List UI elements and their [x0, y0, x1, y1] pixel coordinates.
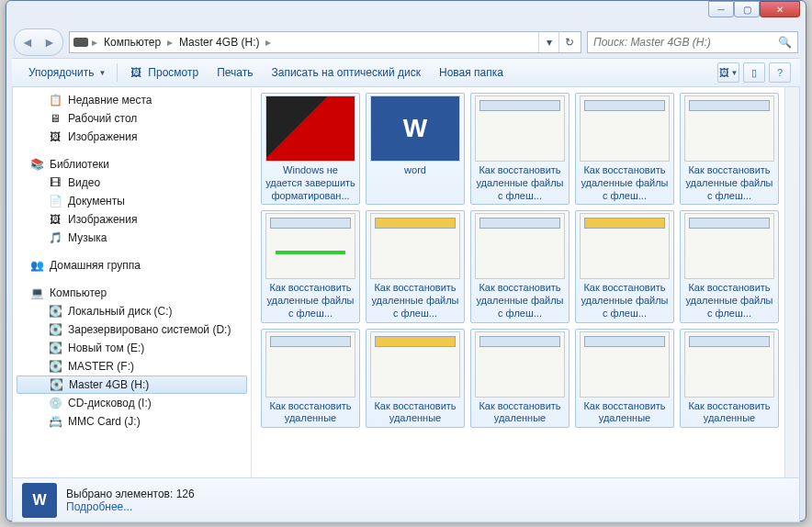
drive-icon: 💽 [48, 359, 62, 374]
preview-icon: 🖼 [129, 65, 143, 80]
file-caption: Как восстановить удаленные файлы с флеш.… [264, 282, 357, 320]
thumbnail [475, 95, 565, 162]
search-icon: 🔍 [778, 36, 792, 49]
file-caption: Как восстановить удаленные файлы с флеш.… [368, 282, 462, 320]
thumbnail [475, 331, 565, 398]
file-item[interactable]: Как восстановить удаленные файлы с флеш.… [680, 93, 779, 205]
sidebar-item-music[interactable]: 🎵Музыка [13, 229, 251, 247]
file-item[interactable]: Как восстановить удаленные [470, 329, 570, 429]
file-item[interactable]: Как восстановить удаленные файлы с флеш.… [470, 93, 570, 205]
file-caption: Как восстановить удаленные [473, 400, 567, 426]
sidebar-item-desktop[interactable]: 🖥Рабочий стол [13, 109, 251, 128]
drive-icon: 💽 [48, 341, 62, 355]
file-caption: Как восстановить удаленные [264, 400, 357, 426]
toolbar: Упорядочить▼ 🖼Просмотр Печать Записать н… [12, 58, 800, 87]
file-caption: Как восстановить удаленные файлы с флеш.… [473, 282, 567, 320]
search-input[interactable] [593, 36, 778, 49]
drive-icon: 💽 [48, 304, 62, 319]
file-caption: Как восстановить удаленные [368, 400, 462, 426]
thumbnail [684, 95, 774, 162]
drive-icon: 💽 [48, 322, 62, 337]
file-item[interactable]: Как восстановить удаленные [261, 329, 360, 429]
thumbnail [580, 331, 670, 398]
content-pane[interactable]: Windows не удается завершить форматирова… [252, 87, 784, 477]
chevron-right-icon: ▸ [92, 36, 97, 49]
sidebar-group-libraries[interactable]: 📚Библиотеки [13, 155, 251, 174]
file-item[interactable]: Как восстановить удаленные файлы с флеш.… [575, 210, 674, 322]
file-item[interactable]: Как восстановить удаленные [680, 329, 779, 429]
file-item[interactable]: Как восстановить удаленные файлы с флеш.… [470, 210, 570, 322]
computer-icon: 💻 [29, 286, 44, 300]
view-button[interactable]: 🖼▼ [717, 62, 739, 83]
sidebar-item-videos[interactable]: 🎞Видео [13, 174, 251, 192]
file-caption: Как восстановить удаленные файлы с флеш.… [682, 164, 776, 202]
thumbnail [684, 331, 774, 398]
word-icon: W [22, 483, 57, 518]
file-caption: Как восстановить удаленные файлы с флеш.… [578, 164, 671, 202]
thumbnail [370, 331, 460, 398]
details-more-link[interactable]: Подробнее... [66, 500, 195, 513]
thumbnail [580, 213, 670, 279]
sidebar-item-recent[interactable]: 📋Недавние места [13, 91, 251, 109]
minimize-button[interactable]: ─ [708, 1, 734, 17]
file-item[interactable]: word [366, 93, 465, 205]
sidebar-item-cddrive[interactable]: 💿CD-дисковод (I:) [13, 394, 251, 412]
file-caption: Как восстановить удаленные файлы с флеш.… [578, 282, 671, 320]
preview-pane-button[interactable]: ▯ [743, 62, 765, 83]
chevron-right-icon: ▸ [167, 36, 173, 49]
documents-icon: 📄 [48, 194, 62, 208]
scrollbar[interactable] [784, 87, 799, 477]
body: 📋Недавние места 🖥Рабочий стол 🖼Изображен… [12, 87, 800, 478]
file-item[interactable]: Как восстановить удаленные [366, 329, 465, 429]
address-bar[interactable]: ▸ Компьютер ▸ Master 4GB (H:) ▸ ▾ ↻ [69, 31, 581, 53]
recent-icon: 📋 [48, 93, 62, 107]
print-button[interactable]: Печать [209, 63, 260, 82]
forward-button[interactable]: ► [39, 31, 61, 53]
file-item[interactable]: Как восстановить удаленные файлы с флеш.… [680, 210, 779, 322]
thumbnail [475, 213, 565, 279]
breadcrumb-drive[interactable]: Master 4GB (H:) [176, 36, 262, 49]
file-caption: Как восстановить удаленные [682, 400, 776, 426]
preview-button[interactable]: 🖼Просмотр [121, 62, 206, 83]
file-caption: Windows не удается завершить форматирова… [264, 164, 357, 202]
sidebar-group-computer[interactable]: 💻Компьютер [13, 284, 251, 302]
thumbnail [370, 95, 460, 162]
titlebar: ─ ▢ ✕ [6, 1, 806, 27]
sidebar-item-reserved[interactable]: 💽Зарезервировано системой (D:) [13, 320, 251, 339]
file-item[interactable]: Windows не удается завершить форматирова… [261, 93, 360, 205]
explorer-window: ─ ▢ ✕ ◄ ► ▸ Компьютер ▸ Master 4GB (H:) … [6, 0, 806, 521]
window-controls: ─ ▢ ✕ [708, 1, 800, 17]
sidebar-item-masterf[interactable]: 💽MASTER (F:) [13, 357, 251, 376]
sidebar-item-master4[interactable]: 💽Master 4GB (H:) [17, 376, 247, 394]
file-item[interactable]: Как восстановить удаленные файлы с флеш.… [261, 210, 360, 322]
close-button[interactable]: ✕ [760, 1, 800, 17]
back-button[interactable]: ◄ [17, 31, 39, 53]
desktop-icon: 🖥 [48, 111, 62, 126]
file-item[interactable]: Как восстановить удаленные [575, 329, 674, 429]
sidebar-item-localc[interactable]: 💽Локальный диск (C:) [13, 302, 251, 320]
sidebar-item-mmc[interactable]: 📇MMC Card (J:) [13, 412, 251, 431]
sidebar-item-newvol[interactable]: 💽Новый том (E:) [13, 339, 251, 357]
dropdown-icon[interactable]: ▾ [538, 32, 558, 52]
pictures-icon: 🖼 [48, 212, 62, 227]
help-button[interactable]: ? [769, 62, 791, 83]
search-box[interactable]: 🔍 [587, 31, 798, 53]
video-icon: 🎞 [48, 175, 62, 190]
nav-buttons: ◄ ► [14, 28, 63, 56]
music-icon: 🎵 [48, 230, 62, 245]
refresh-icon[interactable]: ↻ [558, 32, 579, 52]
drive-icon: 💽 [49, 377, 63, 392]
burn-button[interactable]: Записать на оптический диск [264, 63, 428, 82]
maximize-button[interactable]: ▢ [734, 1, 760, 17]
thumbnail [265, 95, 355, 162]
file-item[interactable]: Как восстановить удаленные файлы с флеш.… [575, 93, 674, 205]
sidebar-item-pictures2[interactable]: 🖼Изображения [13, 210, 251, 229]
sidebar-item-documents[interactable]: 📄Документы [13, 192, 251, 210]
breadcrumb-computer[interactable]: Компьютер [101, 36, 164, 49]
file-caption: word [404, 164, 426, 177]
file-item[interactable]: Как восстановить удаленные файлы с флеш.… [366, 210, 465, 322]
sidebar-item-pictures[interactable]: 🖼Изображения [13, 128, 251, 146]
sidebar-group-homegroup[interactable]: 👥Домашняя группа [13, 256, 251, 275]
organize-button[interactable]: Упорядочить▼ [21, 63, 113, 82]
new-folder-button[interactable]: Новая папка [432, 63, 511, 82]
